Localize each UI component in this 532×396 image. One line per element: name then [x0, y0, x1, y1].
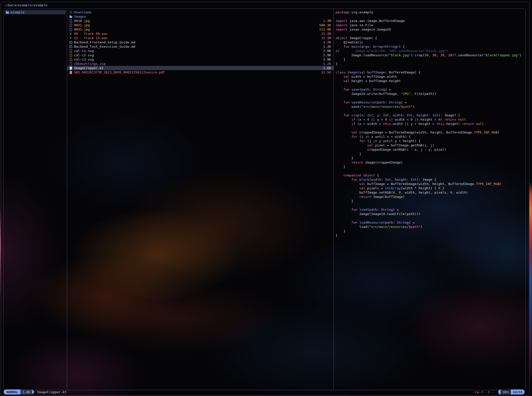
file-row[interactable]: 0028.jpg1.3M — [67, 19, 334, 23]
file-name: 09 - Track 09.wav — [74, 32, 108, 36]
audio-icon — [69, 36, 72, 40]
code-line: } — [336, 229, 524, 233]
file-size: 212.9K — [316, 27, 331, 32]
file-row[interactable]: Backend_Test_Execution_Guide.md1.3K — [67, 44, 334, 49]
file-name: 0042.jpg — [74, 27, 90, 32]
file-size: 2.9K — [320, 53, 331, 57]
code-line — [336, 169, 524, 173]
file-name: IDEAsettings.zip — [74, 62, 106, 66]
code-line — [336, 32, 524, 36]
file-size: 586.3K — [316, 23, 331, 27]
code-line: Image(ImageIO.read(File(path))) — [336, 212, 524, 216]
file-row[interactable]: cal-c1.svg2.9K — [67, 49, 334, 53]
code-line — [336, 66, 524, 70]
code-line: class Image(val buffImage: BufferedImage… — [336, 70, 524, 74]
code-line: object ImageCropper { — [336, 36, 524, 40]
code-line: for (i in x until x + width) { — [336, 135, 524, 139]
file-row[interactable]: cal-c3.svg2.9K — [67, 57, 334, 62]
file-size: 12.5K — [318, 70, 331, 74]
preview-pane[interactable]: package org.example import java.awt.imag… — [334, 9, 525, 390]
file-size: 1.6K — [320, 66, 331, 70]
file-row[interactable]: Downloads — [67, 10, 334, 14]
parent-dir-row[interactable]: example — [5, 10, 66, 14]
code-line — [336, 216, 524, 220]
code-line: } — [336, 165, 524, 169]
cursor-position: 14/15 — [511, 389, 525, 394]
file-row[interactable]: Images — [67, 14, 334, 19]
mode-badge: NORMAL — [4, 389, 20, 394]
file-size: 15.3M — [318, 36, 331, 40]
file-size: 2.9K — [320, 57, 331, 62]
image-icon — [69, 58, 72, 61]
code-line: // Image.black(100, 100).saveResource("b… — [336, 49, 524, 53]
panes-container: example DownloadsImages0028.jpg1.3M0031.… — [3, 9, 526, 390]
file-name: Images — [74, 14, 86, 19]
file-name: Backend_Frontend_Setup_Guide.md — [74, 40, 135, 44]
audio-icon — [69, 32, 72, 35]
file-size: 5.2K — [320, 62, 331, 66]
file-row[interactable]: cal-c2.svg2.9K — [67, 53, 334, 57]
file-row[interactable]: 09 - Track 09.wav15.3M — [67, 32, 334, 36]
markdown-icon — [69, 45, 72, 48]
parent-pane: example — [4, 9, 67, 390]
scroll-percent: 93% — [501, 389, 511, 394]
download-icon — [69, 11, 72, 14]
dir-name: example — [11, 10, 24, 14]
file-row[interactable]: 0042.jpg212.9K — [67, 27, 334, 32]
file-size: 1.3M — [320, 19, 331, 23]
code-line: val croppedImage = BufferedImage(width, … — [336, 130, 524, 135]
file-row[interactable]: SBI_0032013739_2023_DE05_0003155631Invoi… — [67, 70, 334, 74]
file-size: 15.3M — [318, 32, 331, 36]
code-line — [336, 83, 524, 87]
code-line: val width = buffImage.width — [336, 74, 524, 79]
code-line: return Image(buffImage) — [336, 195, 524, 199]
code-line: } — [336, 57, 524, 62]
code-line: val height = buffImage.height — [336, 79, 524, 83]
file-name: 0031.jpg — [74, 23, 90, 27]
code-line: val buffImage = BufferedImage(width, hei… — [336, 182, 524, 186]
file-name: 15 - Track 15.wav — [74, 36, 108, 40]
file-row[interactable]: ImageCropper.kt1.6K — [67, 66, 334, 70]
file-row[interactable]: 0031.jpg586.3K — [67, 23, 334, 27]
code-line: ImageIO.write(buffImage, "JPG", File(pat… — [336, 92, 524, 96]
image-icon — [69, 28, 72, 31]
code-line: fun main(args: Array<String>) { — [336, 44, 524, 49]
file-row[interactable]: Backend_Frontend_Setup_Guide.md1.7K — [67, 40, 334, 44]
current-path: ~/Data/example/example — [4, 3, 47, 8]
code-line: @JvmStatic — [336, 40, 524, 44]
file-size: 1.7K — [320, 40, 331, 44]
archive-icon — [69, 62, 72, 65]
code-line: val pixel = buffImage.getRGB(i, j) — [336, 143, 524, 147]
pdf-icon — [69, 71, 72, 74]
code-line: fun save(path: String) = — [336, 87, 524, 92]
code-line: } — [336, 152, 524, 156]
permissions: -rw-r--r-- — [472, 390, 495, 394]
file-size: 2.9K — [320, 49, 331, 53]
code-line: fun load(path: String) = — [336, 207, 524, 212]
screen: ~/Data/example/example example Downloads… — [0, 0, 532, 396]
code-line: fun black(width: Int, height: Int): Imag… — [336, 177, 524, 182]
file-icon — [69, 66, 72, 70]
file-name: cal-c1.svg — [74, 49, 94, 53]
image-icon — [69, 49, 72, 52]
code-line: } — [336, 233, 524, 237]
code-line: } — [336, 199, 524, 203]
code-line — [336, 126, 524, 130]
folder-icon — [69, 15, 72, 18]
file-name: Downloads — [74, 10, 92, 14]
image-icon — [69, 19, 72, 22]
file-row[interactable]: 15 - Track 15.wav15.3M — [67, 36, 334, 40]
code-line: } — [336, 156, 524, 160]
image-icon — [69, 23, 72, 27]
pill-left-cap — [498, 389, 501, 394]
powerline-arrow-icon — [32, 389, 35, 394]
markdown-icon — [69, 41, 72, 44]
code-line: buffImage.setRGB(0, 0, width, height, pi… — [336, 190, 524, 195]
code-line: if (x + width > this.width || y + height… — [336, 122, 524, 126]
code-line: load("src/main/resources/$path") — [336, 225, 524, 229]
code-line: fun loadResource(path: String) = — [336, 220, 524, 225]
file-row[interactable]: IDEAsettings.zip5.2K — [67, 62, 334, 66]
code-line: if (x < 0 || y < 0 || width < 0 || heigh… — [336, 117, 524, 122]
file-name: ImageCropper.kt — [74, 66, 104, 70]
code-line: croppedImage.setRGB(i - x, j - y, pixel) — [336, 147, 524, 152]
